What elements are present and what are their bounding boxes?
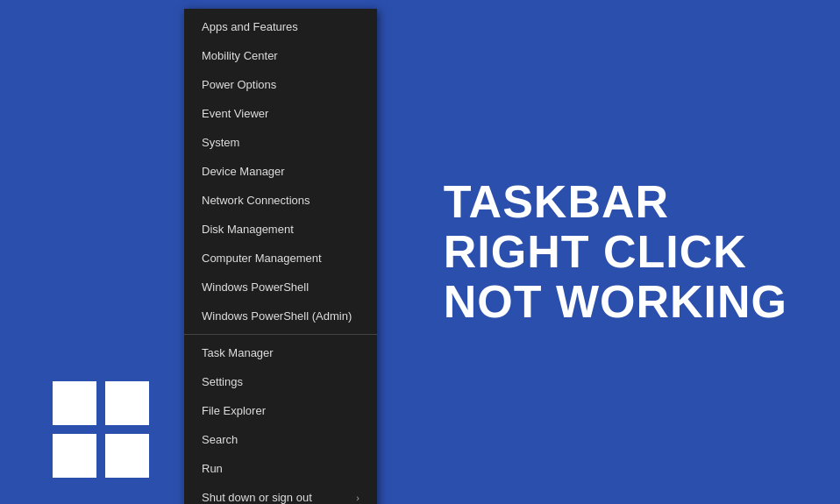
menu-label-shut-down: Shut down or sign out [202,491,312,504]
menu-item-file-explorer[interactable]: File Explorer [184,396,377,425]
menu-item-event-viewer[interactable]: Event Viewer [184,99,377,128]
menu-item-windows-powershell-admin[interactable]: Windows PowerShell (Admin) [184,302,377,330]
menu-label-mobility-center: Mobility Center [202,49,278,62]
menu-label-event-viewer: Event Viewer [202,107,268,120]
menu-item-power-options[interactable]: Power Options [184,70,377,99]
menu-item-disk-management[interactable]: Disk Management [184,215,377,244]
menu-label-run: Run [202,462,223,475]
menu-item-device-manager[interactable]: Device Manager [184,157,377,186]
menu-label-apps-features: Apps and Features [202,20,298,33]
menu-label-windows-powershell: Windows PowerShell [202,280,309,294]
menu-item-system[interactable]: System [184,128,377,157]
menu-label-windows-powershell-admin: Windows PowerShell (Admin) [202,309,352,323]
menu-label-search: Search [202,433,238,446]
menu-item-task-manager[interactable]: Task Manager [184,338,377,367]
menu-label-power-options: Power Options [202,78,276,91]
headline-section: TASKBAR RIGHT CLICK NOT WORKING [444,177,787,328]
svg-rect-2 [53,434,96,478]
menu-item-computer-management[interactable]: Computer Management [184,244,377,273]
menu-label-disk-management: Disk Management [202,223,294,236]
menu-item-windows-powershell[interactable]: Windows PowerShell [184,273,377,302]
menu-item-run[interactable]: Run [184,454,377,483]
submenu-arrow-icon: › [356,493,359,503]
headline-text: TASKBAR RIGHT CLICK NOT WORKING [444,177,787,328]
menu-label-system: System [202,136,239,149]
menu-item-shut-down[interactable]: Shut down or sign out› [184,483,377,504]
context-menu: Apps and FeaturesMobility CenterPower Op… [184,9,377,504]
menu-label-network-connections: Network Connections [202,194,310,207]
menu-label-computer-management: Computer Management [202,252,322,265]
menu-item-settings[interactable]: Settings [184,367,377,396]
windows-logo [53,381,149,478]
menu-label-device-manager: Device Manager [202,165,285,178]
headline-line2: RIGHT CLICK [444,226,747,277]
menu-item-search[interactable]: Search [184,425,377,454]
menu-label-task-manager: Task Manager [202,346,274,359]
svg-rect-3 [105,434,149,478]
menu-label-settings: Settings [202,375,243,388]
menu-item-mobility-center[interactable]: Mobility Center [184,41,377,70]
svg-rect-1 [105,381,149,425]
menu-label-file-explorer: File Explorer [202,404,266,417]
menu-item-network-connections[interactable]: Network Connections [184,186,377,215]
menu-item-apps-features[interactable]: Apps and Features [184,12,377,41]
headline-line3: NOT WORKING [444,276,787,327]
svg-rect-0 [53,381,96,425]
headline-line1: TASKBAR [444,176,669,227]
menu-divider [184,334,377,335]
